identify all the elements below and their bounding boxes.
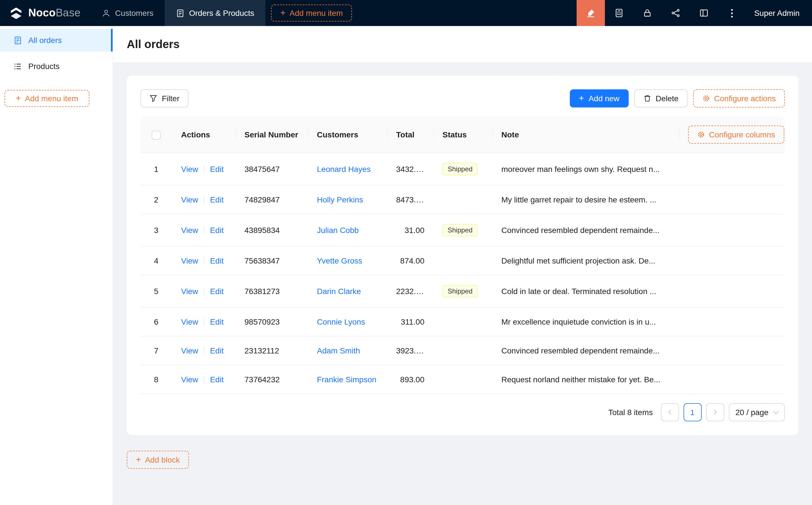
page-content: Filter + Add new <box>113 62 812 482</box>
select-all-checkbox[interactable] <box>152 130 161 139</box>
total-cell: 8473.00 <box>387 185 433 214</box>
configure-actions-button[interactable]: Configure actions <box>693 90 785 108</box>
add-block-button[interactable]: + Add block <box>127 451 189 469</box>
edit-link[interactable]: Edit <box>210 346 224 355</box>
table-row: 8 ViewEdit 73764232 Frankie Simpson 893.… <box>140 365 785 394</box>
app-viewport: NocoBase Customers Orders & Products + A… <box>0 0 812 505</box>
add-menu-item-button-sidebar[interactable]: + Add menu item <box>5 90 90 107</box>
row-index: 6 <box>140 307 172 336</box>
page-size-select[interactable]: 20 / page <box>728 403 785 421</box>
pagination-total: Total 8 items <box>608 408 653 417</box>
status-badge: Shipped <box>442 224 478 236</box>
total-cell: 893.00 <box>387 365 433 394</box>
view-link[interactable]: View <box>181 287 198 296</box>
page-header: All orders <box>113 26 812 62</box>
view-link[interactable]: View <box>181 226 198 235</box>
file-icon <box>176 9 184 17</box>
edit-link[interactable]: Edit <box>210 226 224 235</box>
table-row: 4 ViewEdit 75638347 Yvette Gross 874.00 … <box>140 246 785 275</box>
serial-cell: 43895834 <box>235 214 308 246</box>
nav-tab-orders-products[interactable]: Orders & Products <box>165 0 265 26</box>
serial-cell: 38475647 <box>235 153 308 185</box>
customer-link[interactable]: Connie Lyons <box>317 317 365 326</box>
logo[interactable]: NocoBase <box>0 0 91 26</box>
total-cell: 3432.00 <box>387 153 433 185</box>
page-title: All orders <box>127 38 180 51</box>
edit-link[interactable]: Edit <box>210 165 224 174</box>
logo-text: NocoBase <box>28 7 81 19</box>
nav-tab-customers[interactable]: Customers <box>91 0 165 26</box>
edit-link[interactable]: Edit <box>210 256 224 265</box>
customer-link[interactable]: Julian Cobb <box>317 226 359 235</box>
table-row: 7 ViewEdit 23132112 Adam Smith 3923.00 C… <box>140 336 785 365</box>
chevron-left-icon <box>666 409 673 415</box>
plus-icon: + <box>136 455 141 464</box>
list-icon <box>14 62 22 70</box>
edit-link[interactable]: Edit <box>210 317 224 326</box>
note-cell: Request norland neither mistake for yet.… <box>492 365 679 394</box>
note-cell: Convinced resembled dependent remainde..… <box>492 214 679 246</box>
more-options-button[interactable] <box>718 0 747 26</box>
customer-link[interactable]: Adam Smith <box>317 346 360 355</box>
column-header-customers: Customers <box>308 117 387 153</box>
funnel-icon <box>149 95 157 102</box>
api-button[interactable] <box>662 0 690 26</box>
orders-table: Actions Serial Number Customers Total St… <box>140 117 785 394</box>
user-menu[interactable]: Super Admin <box>747 0 812 26</box>
pagination-prev-button[interactable] <box>661 403 679 421</box>
customer-link[interactable]: Darin Clarke <box>317 287 361 296</box>
customer-link[interactable]: Leonard Hayes <box>317 165 371 174</box>
lock-button[interactable] <box>633 0 662 26</box>
add-menu-item-button-top[interactable]: + Add menu item <box>271 5 352 21</box>
view-link[interactable]: View <box>181 195 198 204</box>
customer-link[interactable]: Yvette Gross <box>317 256 362 265</box>
total-cell: 311.00 <box>387 307 433 336</box>
top-navbar: NocoBase Customers Orders & Products + A… <box>0 0 812 26</box>
plus-icon: + <box>280 8 286 17</box>
filter-button[interactable]: Filter <box>140 90 188 108</box>
ui-editor-button[interactable] <box>577 0 605 26</box>
view-link[interactable]: View <box>181 346 198 355</box>
share-nodes-icon <box>671 8 680 17</box>
column-header-note: Note <box>492 117 679 153</box>
serial-cell: 76381273 <box>235 275 308 307</box>
sidebar-item-products[interactable]: Products <box>0 55 113 77</box>
nocobase-logo-icon <box>9 6 23 20</box>
customer-link[interactable]: Holly Perkins <box>317 195 363 204</box>
serial-cell: 75638347 <box>235 246 308 275</box>
column-header-status: Status <box>433 117 492 153</box>
total-cell: 31.00 <box>387 214 433 246</box>
edit-link[interactable]: Edit <box>210 195 224 204</box>
delete-button[interactable]: Delete <box>634 90 687 108</box>
configure-columns-button[interactable]: Configure columns <box>688 126 784 144</box>
view-link[interactable]: View <box>181 375 198 384</box>
orders-table-block: Filter + Add new <box>127 76 798 435</box>
sidebar-item-all-orders[interactable]: All orders <box>0 29 113 51</box>
user-icon <box>102 9 111 17</box>
calculator-button[interactable] <box>605 0 633 26</box>
row-index: 7 <box>140 336 172 365</box>
row-index: 1 <box>140 153 172 185</box>
status-badge: Shipped <box>442 163 478 175</box>
pagination-page-1[interactable]: 1 <box>683 403 701 421</box>
edit-link[interactable]: Edit <box>210 375 224 384</box>
pagination: Total 8 items 1 20 / page <box>140 403 785 421</box>
row-index: 4 <box>140 246 172 275</box>
layout-button[interactable] <box>690 0 718 26</box>
note-cell: Convinced resembled dependent remainde..… <box>492 336 679 365</box>
column-header-total: Total <box>387 117 433 153</box>
table-row: 2 ViewEdit 74829847 Holly Perkins 8473.0… <box>140 185 785 214</box>
vertical-ellipsis-icon <box>731 9 733 17</box>
note-cell: moreover man feelings own shy. Request n… <box>492 153 679 185</box>
pagination-next-button[interactable] <box>706 403 724 421</box>
edit-link[interactable]: Edit <box>210 287 224 296</box>
view-link[interactable]: View <box>181 256 198 265</box>
row-index: 8 <box>140 365 172 394</box>
view-link[interactable]: View <box>181 165 198 174</box>
note-cell: My little garret repair to desire he est… <box>492 185 679 214</box>
add-new-button[interactable]: + Add new <box>570 90 629 108</box>
note-cell: Delightful met sufficient projection ask… <box>492 246 679 275</box>
status-badge: Shipped <box>442 285 478 298</box>
customer-link[interactable]: Frankie Simpson <box>317 375 376 384</box>
view-link[interactable]: View <box>181 317 198 326</box>
